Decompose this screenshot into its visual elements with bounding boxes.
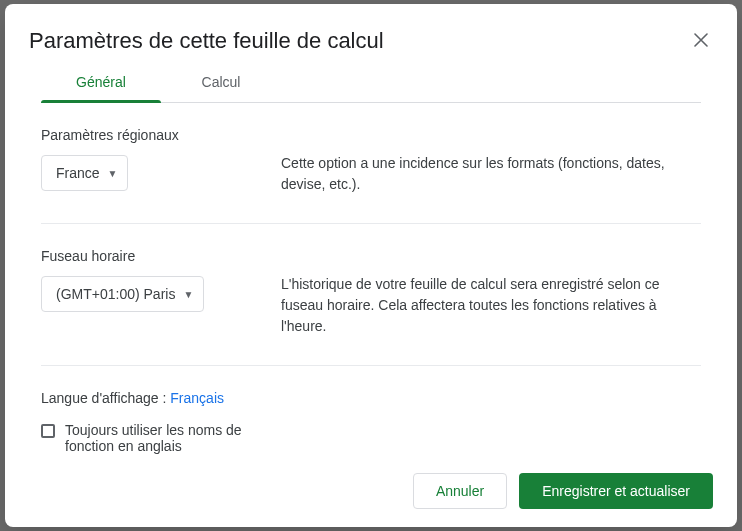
- close-button[interactable]: [689, 28, 713, 52]
- language-link[interactable]: Français: [170, 390, 224, 406]
- regional-select[interactable]: France ▼: [41, 155, 128, 191]
- timezone-desc: L'historique de votre feuille de calcul …: [281, 274, 701, 337]
- tab-general[interactable]: Général: [41, 64, 161, 102]
- regional-select-value: France: [56, 165, 100, 181]
- language-section: Langue d'affichage : Français Toujours u…: [41, 390, 701, 454]
- cancel-button[interactable]: Annuler: [413, 473, 507, 509]
- close-icon: [694, 33, 708, 47]
- timezone-right: L'historique de votre feuille de calcul …: [281, 248, 701, 337]
- language-label: Langue d'affichage :: [41, 390, 170, 406]
- dialog-content: Paramètres régionaux France ▼ Cette opti…: [29, 103, 713, 457]
- caret-down-icon: ▼: [108, 168, 118, 179]
- regional-left: Paramètres régionaux France ▼: [41, 127, 261, 195]
- language-row: Langue d'affichage : Français: [41, 390, 701, 406]
- settings-dialog: Paramètres de cette feuille de calcul Gé…: [5, 4, 737, 527]
- caret-down-icon: ▼: [183, 289, 193, 300]
- timezone-section: Fuseau horaire (GMT+01:00) Paris ▼ L'his…: [41, 248, 701, 366]
- regional-label: Paramètres régionaux: [41, 127, 261, 143]
- dialog-title: Paramètres de cette feuille de calcul: [29, 28, 384, 54]
- dialog-header: Paramètres de cette feuille de calcul: [29, 28, 713, 54]
- timezone-select-value: (GMT+01:00) Paris: [56, 286, 175, 302]
- timezone-label: Fuseau horaire: [41, 248, 261, 264]
- tab-calcul[interactable]: Calcul: [161, 64, 281, 102]
- timezone-select[interactable]: (GMT+01:00) Paris ▼: [41, 276, 204, 312]
- save-button[interactable]: Enregistrer et actualiser: [519, 473, 713, 509]
- tabs: Général Calcul: [41, 64, 701, 103]
- english-functions-row: Toujours utiliser les noms de fonction e…: [41, 422, 271, 454]
- regional-section: Paramètres régionaux France ▼ Cette opti…: [41, 127, 701, 224]
- regional-desc: Cette option a une incidence sur les for…: [281, 153, 701, 195]
- english-functions-checkbox[interactable]: [41, 424, 55, 438]
- regional-right: Cette option a une incidence sur les for…: [281, 127, 701, 195]
- english-functions-label: Toujours utiliser les noms de fonction e…: [65, 422, 271, 454]
- dialog-footer: Annuler Enregistrer et actualiser: [29, 457, 713, 509]
- timezone-left: Fuseau horaire (GMT+01:00) Paris ▼: [41, 248, 261, 337]
